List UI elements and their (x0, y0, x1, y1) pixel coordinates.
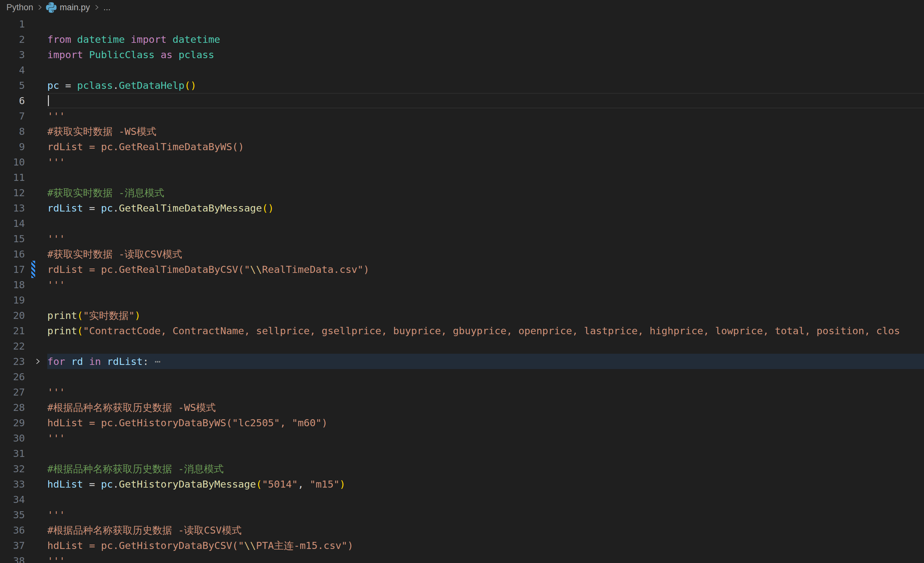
fold-chevron-icon[interactable] (34, 354, 42, 369)
code-line-content[interactable] (47, 446, 924, 461)
code-line[interactable]: 4 (0, 62, 924, 78)
code-line-content[interactable] (47, 492, 924, 507)
code-line[interactable]: 37hdList = pc.GetHistoryDataByCSV("\\PTA… (0, 538, 924, 553)
code-line[interactable]: 31 (0, 446, 924, 461)
code-line-content[interactable] (47, 62, 924, 78)
line-number[interactable]: 29 (0, 415, 25, 430)
code-line-content[interactable]: from datetime import datetime (47, 32, 924, 47)
line-number[interactable]: 3 (0, 47, 25, 62)
code-line-content[interactable]: #获取实时数据 -读取CSV模式 (47, 246, 924, 262)
line-number[interactable]: 6 (0, 93, 25, 108)
code-line[interactable]: 19 (0, 292, 924, 308)
line-number[interactable]: 15 (0, 231, 25, 246)
code-line-content[interactable] (47, 93, 924, 108)
code-line-content[interactable]: rdList = pc.GetRealTimeDataByCSV("\\Real… (47, 262, 924, 277)
line-number[interactable]: 5 (0, 78, 25, 93)
code-line[interactable]: 15''' (0, 231, 924, 246)
line-number[interactable]: 19 (0, 292, 25, 308)
code-line[interactable]: 23for rd in rdList: ⋯ (0, 354, 924, 369)
line-number[interactable]: 33 (0, 476, 25, 492)
line-number[interactable]: 27 (0, 384, 25, 400)
code-line-content[interactable]: ''' (47, 553, 924, 563)
code-line[interactable]: 6 (0, 93, 924, 108)
code-line[interactable]: 14 (0, 216, 924, 231)
code-line[interactable]: 3import PublicClass as pclass (0, 47, 924, 62)
code-line[interactable]: 29hdList = pc.GetHistoryDataByWS("lc2505… (0, 415, 924, 430)
code-line-content[interactable]: ''' (47, 384, 924, 400)
code-line[interactable]: 35''' (0, 507, 924, 522)
folded-code-ellipsis[interactable]: ⋯ (154, 356, 162, 367)
code-line-content[interactable]: ''' (47, 154, 924, 170)
code-line[interactable]: 12#获取实时数据 -消息模式 (0, 185, 924, 200)
code-line[interactable]: 32#根据品种名称获取历史数据 -消息模式 (0, 461, 924, 476)
code-line[interactable]: 38''' (0, 553, 924, 563)
code-line[interactable]: 28#根据品种名称获取历史数据 -WS模式 (0, 400, 924, 415)
code-line[interactable]: 2from datetime import datetime (0, 32, 924, 47)
code-line[interactable]: 36#根据品种名称获取历史数据 -读取CSV模式 (0, 522, 924, 538)
code-line-content[interactable]: ''' (47, 507, 924, 522)
line-number[interactable]: 16 (0, 246, 25, 262)
line-number[interactable]: 2 (0, 32, 25, 47)
code-line[interactable]: 22 (0, 338, 924, 354)
code-line-content[interactable] (47, 216, 924, 231)
line-number[interactable]: 34 (0, 492, 25, 507)
line-number[interactable]: 1 (0, 16, 25, 32)
line-number[interactable]: 30 (0, 430, 25, 446)
code-line-content[interactable]: #根据品种名称获取历史数据 -消息模式 (47, 461, 924, 476)
line-number[interactable]: 11 (0, 170, 25, 185)
code-line[interactable]: 16#获取实时数据 -读取CSV模式 (0, 246, 924, 262)
code-line[interactable]: 8#获取实时数据 -WS模式 (0, 124, 924, 139)
code-line-content[interactable]: hdList = pc.GetHistoryDataByWS("lc2505",… (47, 415, 924, 430)
code-line-content[interactable] (47, 292, 924, 308)
breadcrumb-item-symbol[interactable]: ... (104, 3, 111, 12)
code-line-content[interactable]: print("ContractCode, ContractName, sellp… (47, 323, 924, 338)
code-line-content[interactable] (47, 16, 924, 32)
code-line-content[interactable]: #获取实时数据 -消息模式 (47, 185, 924, 200)
code-line-content[interactable] (47, 170, 924, 185)
line-number[interactable]: 20 (0, 308, 25, 323)
code-line[interactable]: 30''' (0, 430, 924, 446)
code-line[interactable]: 7''' (0, 108, 924, 124)
code-line-content[interactable]: ''' (47, 277, 924, 292)
code-line-content[interactable]: rdList = pc.GetRealTimeDataByMessage() (47, 200, 924, 216)
code-line-content[interactable]: ''' (47, 430, 924, 446)
code-line-content[interactable]: ''' (47, 231, 924, 246)
line-number[interactable]: 13 (0, 200, 25, 216)
line-number[interactable]: 31 (0, 446, 25, 461)
code-line[interactable]: 13rdList = pc.GetRealTimeDataByMessage() (0, 200, 924, 216)
line-number[interactable]: 28 (0, 400, 25, 415)
code-line[interactable]: 17rdList = pc.GetRealTimeDataByCSV("\\Re… (0, 262, 924, 277)
code-line[interactable]: 18''' (0, 277, 924, 292)
line-number[interactable]: 10 (0, 154, 25, 170)
code-line-content[interactable]: for rd in rdList: ⋯ (47, 354, 924, 369)
code-line[interactable]: 9rdList = pc.GetRealTimeDataByWS() (0, 139, 924, 154)
line-number[interactable]: 35 (0, 507, 25, 522)
breadcrumb-item-folder[interactable]: Python (6, 3, 33, 12)
code-line-content[interactable]: import PublicClass as pclass (47, 47, 924, 62)
code-line-content[interactable]: pc = pclass.GetDataHelp() (47, 78, 924, 93)
line-number[interactable]: 12 (0, 185, 25, 200)
code-line-content[interactable]: hdList = pc.GetHistoryDataByMessage("501… (47, 476, 924, 492)
code-line-content[interactable]: #根据品种名称获取历史数据 -WS模式 (47, 400, 924, 415)
line-number[interactable]: 37 (0, 538, 25, 553)
line-number[interactable]: 18 (0, 277, 25, 292)
code-line-content[interactable]: rdList = pc.GetRealTimeDataByWS() (47, 139, 924, 154)
code-line[interactable]: 34 (0, 492, 924, 507)
line-number[interactable]: 21 (0, 323, 25, 338)
code-line[interactable]: 26 (0, 369, 924, 384)
code-line[interactable]: 33hdList = pc.GetHistoryDataByMessage("5… (0, 476, 924, 492)
code-line-content[interactable]: hdList = pc.GetHistoryDataByCSV("\\PTA主连… (47, 538, 924, 553)
line-number[interactable]: 36 (0, 522, 25, 538)
code-line[interactable]: 21print("ContractCode, ContractName, sel… (0, 323, 924, 338)
line-number[interactable]: 23 (0, 354, 25, 369)
code-line[interactable]: 27''' (0, 384, 924, 400)
code-line[interactable]: 5pc = pclass.GetDataHelp() (0, 78, 924, 93)
line-number[interactable]: 32 (0, 461, 25, 476)
code-line-content[interactable]: #根据品种名称获取历史数据 -读取CSV模式 (47, 522, 924, 538)
code-line[interactable]: 10''' (0, 154, 924, 170)
line-number[interactable]: 26 (0, 369, 25, 384)
breadcrumb-item-file[interactable]: main.py (60, 3, 90, 12)
code-line-content[interactable]: #获取实时数据 -WS模式 (47, 124, 924, 139)
code-line-content[interactable]: print("实时数据") (47, 308, 924, 323)
code-line-content[interactable] (47, 338, 924, 354)
